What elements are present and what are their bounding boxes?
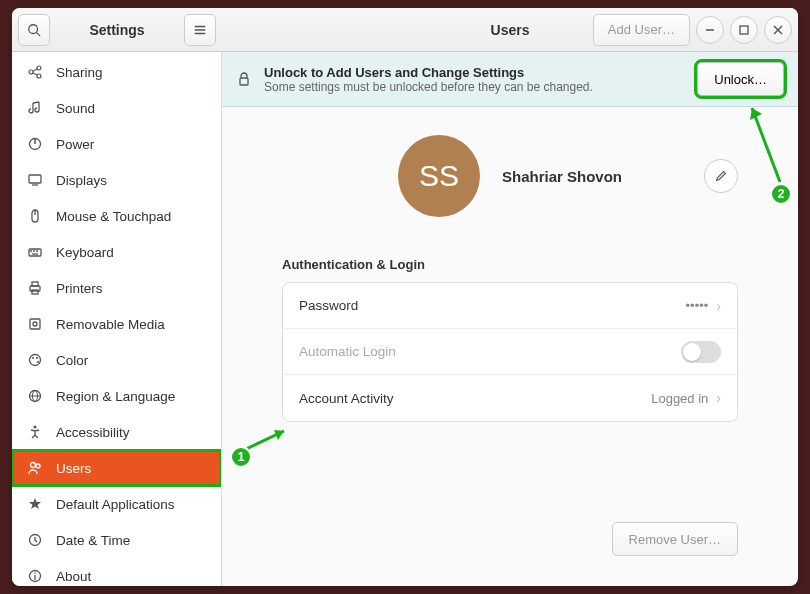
sidebar-item-keyboard[interactable]: Keyboard (12, 234, 221, 270)
pencil-icon (714, 169, 728, 183)
sidebar-item-sound[interactable]: Sound (12, 90, 221, 126)
media-icon (26, 315, 44, 333)
svg-point-34 (37, 361, 39, 363)
svg-line-12 (33, 69, 37, 71)
sidebar-item-label: Date & Time (56, 533, 130, 548)
sidebar-item-displays[interactable]: Displays (12, 162, 221, 198)
activity-label: Account Activity (299, 391, 651, 406)
body: Sharing Sound Power Displays Mouse & Tou… (12, 52, 798, 586)
auth-section-title: Authentication & Login (282, 257, 738, 272)
globe-icon (26, 387, 44, 405)
unlock-title: Unlock to Add Users and Change Settings (264, 65, 685, 80)
sidebar-item-removable-media[interactable]: Removable Media (12, 306, 221, 342)
displays-icon (26, 171, 44, 189)
sidebar-item-label: Region & Language (56, 389, 175, 404)
sidebar[interactable]: Sharing Sound Power Displays Mouse & Tou… (12, 52, 222, 586)
svg-rect-28 (32, 290, 38, 294)
titlebar-left: Settings (12, 14, 222, 46)
sidebar-item-about[interactable]: About (12, 558, 221, 586)
sidebar-item-sharing[interactable]: Sharing (12, 54, 221, 90)
maximize-icon (739, 25, 749, 35)
remove-user-button[interactable]: Remove User… (612, 522, 738, 556)
svg-point-30 (33, 322, 37, 326)
svg-rect-17 (29, 175, 41, 183)
sidebar-item-color[interactable]: Color (12, 342, 221, 378)
sidebar-item-label: Mouse & Touchpad (56, 209, 171, 224)
profile-header: SS Shahriar Shovon (282, 135, 738, 217)
close-button[interactable] (764, 16, 792, 44)
unlock-bar: Unlock to Add Users and Change Settings … (222, 52, 798, 107)
star-icon (26, 495, 44, 513)
sidebar-item-users[interactable]: Users (12, 450, 221, 486)
sidebar-item-label: Displays (56, 173, 107, 188)
unlock-text: Unlock to Add Users and Change Settings … (264, 65, 685, 94)
titlebar-right: Users Add User… (222, 14, 798, 46)
search-button[interactable] (18, 14, 50, 46)
activity-value: Logged in (651, 391, 708, 406)
svg-line-14 (33, 102, 39, 103)
svg-point-10 (37, 66, 41, 70)
search-icon (27, 23, 41, 37)
svg-rect-29 (30, 319, 40, 329)
svg-point-38 (34, 426, 37, 429)
settings-window: Settings Users Add User… Sharing Sound P… (12, 8, 798, 586)
close-icon (773, 25, 783, 35)
user-name: Shahriar Shovon (502, 168, 622, 185)
svg-point-33 (36, 357, 38, 359)
svg-point-9 (29, 70, 33, 74)
menu-button[interactable] (184, 14, 216, 46)
maximize-button[interactable] (730, 16, 758, 44)
minimize-button[interactable] (696, 16, 724, 44)
auth-card: Password ••••• › Automatic Login Account… (282, 282, 738, 422)
svg-rect-45 (240, 78, 248, 85)
clock-icon (26, 531, 44, 549)
sidebar-item-accessibility[interactable]: Accessibility (12, 414, 221, 450)
svg-point-31 (30, 355, 41, 366)
svg-point-39 (31, 463, 36, 468)
remove-box: Remove User… (282, 522, 738, 556)
mouse-icon (26, 207, 44, 225)
unlock-subtitle: Some settings must be unlocked before th… (264, 80, 685, 94)
svg-line-1 (37, 32, 41, 36)
sidebar-item-label: Users (56, 461, 91, 476)
sidebar-item-label: Default Applications (56, 497, 175, 512)
sidebar-item-label: Color (56, 353, 88, 368)
svg-rect-27 (32, 282, 38, 286)
callout-1: 1 (230, 446, 252, 468)
svg-line-13 (33, 73, 37, 75)
password-row[interactable]: Password ••••• › (283, 283, 737, 329)
titlebar: Settings Users Add User… (12, 8, 798, 52)
sidebar-item-mouse-touchpad[interactable]: Mouse & Touchpad (12, 198, 221, 234)
svg-point-0 (29, 24, 38, 33)
main-area: SS Shahriar Shovon Authentication & Logi… (222, 107, 798, 584)
avatar[interactable]: SS (398, 135, 480, 217)
sidebar-item-date-time[interactable]: Date & Time (12, 522, 221, 558)
hamburger-icon (193, 23, 207, 37)
auto-login-label: Automatic Login (299, 344, 681, 359)
password-label: Password (299, 298, 686, 313)
sidebar-item-label: About (56, 569, 91, 584)
color-icon (26, 351, 44, 369)
svg-point-32 (32, 357, 34, 359)
share-icon (26, 63, 44, 81)
users-icon (26, 459, 44, 477)
svg-point-40 (36, 464, 40, 468)
sidebar-item-label: Sharing (56, 65, 103, 80)
add-user-button[interactable]: Add User… (593, 14, 690, 46)
chevron-right-icon: › (716, 390, 721, 406)
sidebar-item-default-applications[interactable]: Default Applications (12, 486, 221, 522)
sidebar-item-label: Accessibility (56, 425, 130, 440)
account-activity-row[interactable]: Account Activity Logged in › (283, 375, 737, 421)
sound-icon (26, 99, 44, 117)
sidebar-item-label: Power (56, 137, 94, 152)
unlock-button[interactable]: Unlock… (697, 62, 784, 96)
sidebar-item-region-language[interactable]: Region & Language (12, 378, 221, 414)
info-icon (26, 567, 44, 585)
sidebar-item-printers[interactable]: Printers (12, 270, 221, 306)
callout-2: 2 (770, 183, 792, 205)
automatic-login-row: Automatic Login (283, 329, 737, 375)
edit-name-button[interactable] (704, 159, 738, 193)
sidebar-item-power[interactable]: Power (12, 126, 221, 162)
content: Unlock to Add Users and Change Settings … (222, 52, 798, 586)
svg-rect-6 (740, 26, 748, 34)
